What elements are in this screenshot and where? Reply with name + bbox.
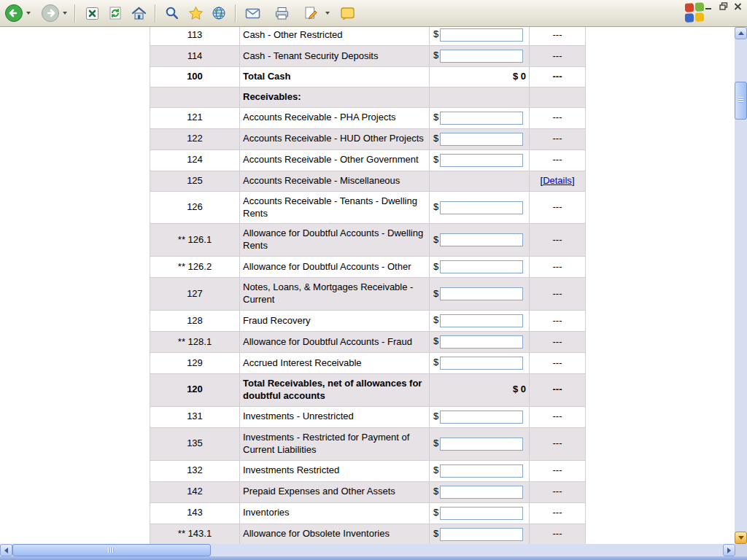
mail-icon[interactable] bbox=[244, 4, 261, 22]
line-number-cell: 114 bbox=[150, 46, 240, 67]
currency-symbol: $ bbox=[433, 133, 438, 145]
amount-input[interactable] bbox=[440, 335, 523, 349]
currency-symbol: $ bbox=[433, 112, 438, 124]
details-link[interactable]: Details bbox=[543, 175, 572, 186]
line-number-cell: 129 bbox=[150, 353, 240, 374]
scroll-left-button[interactable] bbox=[0, 544, 12, 556]
value-cell: $ bbox=[430, 149, 530, 171]
favorites-star-icon[interactable] bbox=[187, 4, 204, 22]
toolbar-separator bbox=[155, 4, 156, 23]
table-row: ** 126.2Allowance for Doubtful Accounts … bbox=[150, 257, 586, 278]
row-description-cell: Cash - Other Restricted bbox=[240, 27, 430, 46]
restore-button[interactable] bbox=[718, 1, 729, 11]
table-row: 129Accrued Interest Receivable$--- bbox=[150, 353, 586, 374]
home-icon[interactable] bbox=[130, 4, 147, 22]
currency-symbol: $ bbox=[433, 261, 438, 273]
table-row: 127Notes, Loans, & Mortgages Receivable … bbox=[150, 278, 586, 311]
amount-input[interactable] bbox=[440, 260, 523, 273]
table-row: 143Inventories$--- bbox=[150, 502, 586, 524]
line-number-cell bbox=[150, 87, 240, 107]
action-cell: --- bbox=[530, 460, 586, 481]
amount-input[interactable] bbox=[440, 438, 523, 451]
close-button[interactable] bbox=[732, 1, 743, 11]
line-number-cell: 142 bbox=[150, 481, 240, 502]
amount-input[interactable] bbox=[440, 154, 523, 167]
vertical-scroll-thumb[interactable] bbox=[735, 82, 747, 120]
value-cell: $ bbox=[430, 427, 530, 460]
messenger-icon[interactable] bbox=[338, 4, 356, 22]
amount-input[interactable] bbox=[440, 201, 523, 214]
scroll-right-button[interactable] bbox=[723, 544, 735, 556]
edit-icon[interactable] bbox=[302, 4, 320, 22]
search-icon[interactable] bbox=[163, 4, 181, 22]
amount-input[interactable] bbox=[440, 411, 523, 424]
line-number-cell: 120 bbox=[150, 374, 240, 407]
action-cell: --- bbox=[530, 67, 586, 88]
action-cell: --- bbox=[530, 149, 586, 171]
table-row: 132Investments Restricted$--- bbox=[150, 460, 586, 481]
currency-symbol: $ bbox=[433, 335, 438, 348]
back-dropdown-icon[interactable] bbox=[26, 12, 31, 15]
value-cell: $ bbox=[430, 128, 530, 149]
currency-symbol: $ bbox=[433, 154, 438, 166]
scroll-down-button[interactable] bbox=[735, 532, 747, 544]
amount-input[interactable] bbox=[440, 287, 523, 300]
amount-input[interactable] bbox=[440, 357, 523, 370]
table-row: 122Accounts Receivable - HUD Other Proje… bbox=[150, 128, 586, 149]
currency-symbol: $ bbox=[433, 288, 438, 300]
value-cell: $ bbox=[430, 278, 530, 311]
table-row: 142Prepaid Expenses and Other Assets$--- bbox=[150, 481, 586, 502]
action-cell: --- bbox=[530, 481, 586, 502]
value-cell: $ bbox=[430, 311, 530, 332]
currency-symbol: $ bbox=[433, 201, 438, 214]
line-number-cell: ** 128.1 bbox=[150, 332, 240, 353]
line-number-cell: 135 bbox=[150, 427, 240, 460]
table-row: 128Fraud Recovery$--- bbox=[150, 311, 586, 332]
print-icon[interactable] bbox=[273, 4, 290, 22]
value-cell bbox=[430, 171, 530, 191]
currency-symbol: $ bbox=[433, 50, 438, 62]
value-cell: $ bbox=[430, 353, 530, 374]
excel-export-icon[interactable] bbox=[83, 4, 101, 22]
line-number-cell: 124 bbox=[150, 149, 240, 171]
value-cell: $ bbox=[430, 224, 530, 257]
amount-input[interactable] bbox=[440, 133, 523, 146]
line-number-cell: 122 bbox=[150, 128, 240, 149]
value-cell: $ bbox=[430, 524, 530, 544]
browser-toolbar bbox=[0, 0, 747, 27]
amount-input[interactable] bbox=[440, 507, 523, 520]
forward-button[interactable] bbox=[41, 3, 60, 23]
table-row: 126Accounts Receivable - Tenants - Dwell… bbox=[150, 191, 586, 224]
scroll-up-button[interactable] bbox=[735, 27, 747, 39]
amount-input[interactable] bbox=[440, 486, 523, 499]
currency-symbol: $ bbox=[433, 314, 438, 327]
value-cell: $ bbox=[430, 502, 530, 524]
history-globe-icon[interactable] bbox=[210, 4, 228, 22]
windows-logo-icon bbox=[685, 2, 705, 23]
amount-input[interactable] bbox=[440, 464, 523, 478]
horizontal-scroll-thumb[interactable] bbox=[12, 544, 211, 556]
down-arrow-icon bbox=[738, 536, 744, 542]
back-button[interactable] bbox=[4, 3, 23, 23]
amount-input[interactable] bbox=[440, 50, 523, 63]
row-description-cell: Allowance for Doubtful Accounts - Fraud bbox=[240, 332, 430, 353]
minimize-button[interactable] bbox=[703, 1, 714, 11]
forward-dropdown-icon[interactable] bbox=[63, 12, 67, 15]
amount-input[interactable] bbox=[440, 112, 523, 125]
line-number-cell: 125 bbox=[150, 171, 240, 191]
action-cell: --- bbox=[530, 353, 586, 374]
right-arrow-icon bbox=[727, 548, 734, 553]
amount-input[interactable] bbox=[440, 528, 523, 541]
amount-input[interactable] bbox=[440, 314, 523, 327]
action-cell: --- bbox=[530, 128, 586, 149]
amount-input[interactable] bbox=[440, 233, 523, 246]
vertical-scrollbar[interactable] bbox=[735, 27, 747, 544]
refresh-icon[interactable] bbox=[107, 4, 124, 22]
row-description-cell: Accounts Receivable - Other Government bbox=[240, 149, 430, 171]
edit-dropdown-icon[interactable] bbox=[325, 12, 330, 15]
action-cell: --- bbox=[530, 191, 586, 224]
currency-symbol: $ bbox=[433, 507, 438, 519]
line-number-cell: 132 bbox=[150, 460, 240, 481]
horizontal-scrollbar[interactable] bbox=[0, 544, 735, 556]
amount-input[interactable] bbox=[440, 28, 523, 42]
